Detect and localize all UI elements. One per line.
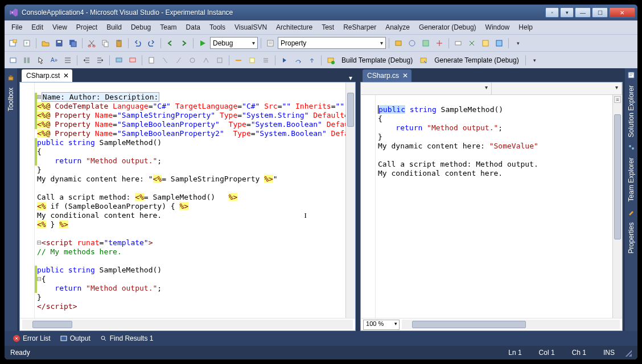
t2-bookmark-icon[interactable] xyxy=(145,54,158,67)
t2-indent-icon[interactable] xyxy=(61,54,74,67)
redo-icon[interactable] xyxy=(145,37,158,49)
resize-grip-icon[interactable] xyxy=(624,349,632,357)
tab-close-icon[interactable]: ✕ xyxy=(63,72,69,80)
toolbar-overflow-icon[interactable]: ▾ xyxy=(512,37,524,49)
build-template-label[interactable]: Build Template (Debug) xyxy=(338,56,416,64)
save-all-icon[interactable] xyxy=(67,37,79,49)
t2-cursor-icon[interactable] xyxy=(34,54,47,67)
menu-visualsvn[interactable]: VisualSVN xyxy=(230,22,271,33)
nav-fwd-icon[interactable] xyxy=(178,37,190,49)
minimize-button[interactable]: — xyxy=(575,7,591,18)
menu-build[interactable]: Build xyxy=(102,22,126,33)
save-icon[interactable] xyxy=(53,37,65,49)
editor-right[interactable]: public string SampleMethod() { return "M… xyxy=(360,82,623,331)
solution-explorer-tab[interactable]: Solution Explorer xyxy=(626,82,636,140)
generate-template-label[interactable]: Generate Template (Debug) xyxy=(431,56,522,64)
menu-architecture[interactable]: Architecture xyxy=(271,22,317,33)
tab-close-icon[interactable]: ✕ xyxy=(402,72,408,80)
t2-x5-icon[interactable] xyxy=(213,54,226,67)
toolbox-icon[interactable] xyxy=(6,73,15,82)
tool-f-icon[interactable] xyxy=(466,37,478,49)
scrollbar-v-right[interactable]: ≡ xyxy=(612,95,622,318)
code-lines-left[interactable]: ⊞Name: Author: Description: <%@ CodeTemp… xyxy=(35,82,345,318)
tool-d-icon[interactable] xyxy=(433,37,446,49)
cut-icon[interactable] xyxy=(85,37,98,49)
menu-data[interactable]: Data xyxy=(182,22,205,33)
tool-b-icon[interactable] xyxy=(406,37,418,49)
build-template-icon[interactable] xyxy=(324,54,337,67)
properties-tab[interactable]: Properties xyxy=(626,219,636,257)
menu-analyze[interactable]: Analyze xyxy=(381,22,414,33)
menu-view[interactable]: View xyxy=(48,22,72,33)
t2-x2-icon[interactable] xyxy=(172,54,185,67)
t2-indent2-icon[interactable] xyxy=(94,54,106,67)
team-explorer-tab[interactable]: Team Explorer xyxy=(626,154,636,205)
toolbar2-overflow-icon[interactable]: ▾ xyxy=(529,54,541,67)
t2-y1-icon[interactable] xyxy=(232,54,245,67)
menu-file[interactable]: File xyxy=(7,22,27,33)
menu-debug[interactable]: Debug xyxy=(126,22,155,33)
scrollbar-h-right[interactable] xyxy=(402,320,620,329)
tool-e-icon[interactable] xyxy=(452,37,464,49)
menu-help[interactable]: Help xyxy=(514,22,537,33)
menu-test[interactable]: Test xyxy=(317,22,339,33)
copy-icon[interactable] xyxy=(99,37,112,49)
add-item-icon[interactable]: + xyxy=(20,37,33,49)
tool-c-icon[interactable] xyxy=(419,37,432,49)
t2-outdent-icon[interactable] xyxy=(80,54,93,67)
menu-project[interactable]: Project xyxy=(72,22,102,33)
t2-stepover-icon[interactable] xyxy=(292,54,304,67)
maximize-button[interactable]: ☐ xyxy=(592,7,608,18)
type-dropdown[interactable] xyxy=(361,82,492,94)
team-explorer-icon[interactable] xyxy=(627,143,636,152)
code-lines-right[interactable]: public string SampleMethod() { return "M… xyxy=(376,95,612,318)
open-icon[interactable] xyxy=(39,37,52,49)
properties-icon[interactable] xyxy=(627,208,636,217)
t2-b-icon[interactable] xyxy=(20,54,33,67)
t2-y2-icon[interactable] xyxy=(246,54,258,67)
output-tab[interactable]: Output xyxy=(56,333,94,344)
t2-x1-icon[interactable] xyxy=(159,54,171,67)
solution-explorer-icon[interactable] xyxy=(627,71,636,80)
scrollbar-h-left[interactable] xyxy=(22,320,353,329)
t2-x3-icon[interactable] xyxy=(186,54,199,67)
t2-a-icon[interactable] xyxy=(7,54,19,67)
member-dropdown[interactable] xyxy=(492,82,623,94)
menu-tools[interactable]: Tools xyxy=(205,22,230,33)
window-button-a[interactable]: ▫ xyxy=(545,7,559,18)
toolbox-tab[interactable]: Toolbox xyxy=(6,85,16,113)
new-project-icon[interactable] xyxy=(7,37,19,49)
nav-back-icon[interactable] xyxy=(164,37,176,49)
t2-x4-icon[interactable] xyxy=(200,54,212,67)
solution-config-combo[interactable]: Debug xyxy=(210,37,258,49)
tool-g-icon[interactable] xyxy=(479,37,492,49)
t2-comment-icon[interactable] xyxy=(113,54,125,67)
scrollbar-v-left[interactable] xyxy=(345,82,355,318)
start-debug-icon[interactable] xyxy=(196,37,209,49)
menu-resharper[interactable]: ReSharper xyxy=(339,22,381,33)
t2-step-icon[interactable] xyxy=(278,54,291,67)
menu-window[interactable]: Window xyxy=(481,22,515,33)
t2-y3-icon[interactable] xyxy=(260,54,272,67)
tool-h-icon[interactable] xyxy=(493,37,505,49)
find-results-tab[interactable]: Find Results 1 xyxy=(96,333,157,344)
close-button[interactable]: ✕ xyxy=(609,7,635,18)
editor-left[interactable]: ⊞Name: Author: Description: <%@ CodeTemp… xyxy=(19,82,356,331)
menu-team[interactable]: Team xyxy=(155,22,181,33)
platform-combo[interactable]: Property xyxy=(278,37,386,49)
generate-template-icon[interactable] xyxy=(417,54,430,67)
zoom-combo[interactable]: 100 % xyxy=(363,320,400,330)
paste-icon[interactable] xyxy=(113,37,125,49)
split-icon[interactable]: ≡ xyxy=(614,96,621,103)
tab-csharp-cs[interactable]: CSharp.cs ✕ xyxy=(363,69,411,82)
property-icon[interactable] xyxy=(264,37,277,49)
menu-edit[interactable]: Edit xyxy=(27,22,48,33)
undo-icon[interactable] xyxy=(131,37,144,49)
tab-dropdown-icon[interactable]: ▾ xyxy=(345,74,356,82)
t2-stepout-icon[interactable] xyxy=(306,54,318,67)
error-list-tab[interactable]: Error List xyxy=(9,333,54,344)
t2-uncomment-icon[interactable] xyxy=(126,54,139,67)
t2-text-icon[interactable]: A» xyxy=(48,54,60,67)
menu-generator[interactable]: Generator (Debug) xyxy=(414,22,481,33)
tool-a-icon[interactable] xyxy=(392,37,405,49)
